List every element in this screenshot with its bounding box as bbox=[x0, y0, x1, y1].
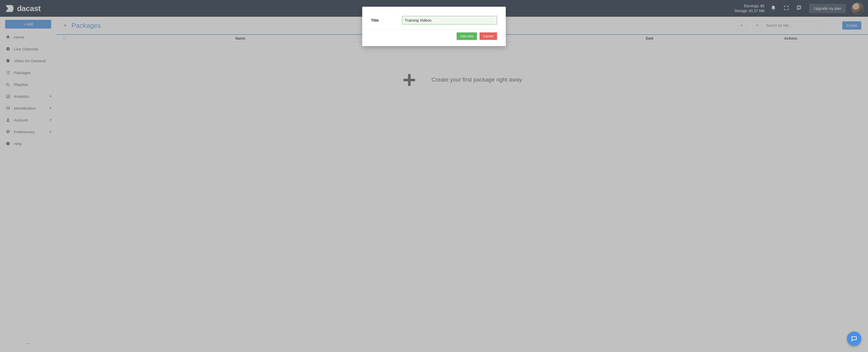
modal-overlay: Title Add new Cancel bbox=[0, 0, 868, 352]
chat-bubble-icon bbox=[851, 335, 858, 342]
modal-title-label: Title bbox=[371, 18, 379, 22]
add-new-button[interactable]: Add new bbox=[457, 32, 477, 40]
create-package-modal: Title Add new Cancel bbox=[362, 7, 506, 46]
help-chat-button[interactable] bbox=[847, 331, 861, 346]
package-title-input[interactable] bbox=[402, 16, 497, 24]
cancel-button[interactable]: Cancel bbox=[479, 32, 497, 40]
